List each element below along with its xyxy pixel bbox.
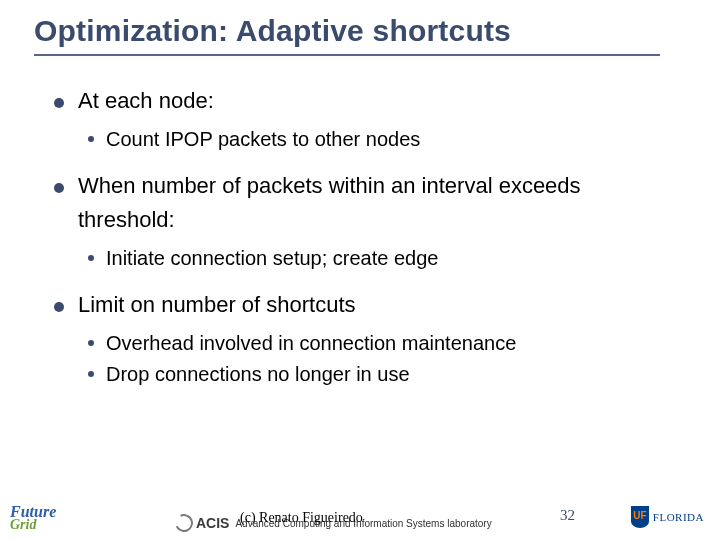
bullet-2: When number of packets within an interva… [54,169,680,237]
bullet-3: Limit on number of shortcuts [54,288,680,322]
sub-bullet: Initiate connection setup; create edge [88,243,680,274]
slide: Optimization: Adaptive shortcuts At each… [0,0,720,540]
sub-bullet: Drop connections no longer in use [88,359,680,390]
slide-number: 32 [560,507,575,524]
swirl-icon [172,511,195,534]
uf-name: FLORIDA [653,511,704,523]
sub-list-1: Count IPOP packets to other nodes [54,124,680,155]
sub-bullet-icon [88,371,94,377]
sub-bullet-text: Initiate connection setup; create edge [106,243,438,274]
sub-bullet-text: Count IPOP packets to other nodes [106,124,420,155]
sub-list-2: Initiate connection setup; create edge [54,243,680,274]
copyright-text: (c) Renato Figueiredo [240,510,363,526]
footer: Future Grid ACIS Advanced Computing and … [0,492,720,532]
futuregrid-logo-line2: Grid [10,519,56,530]
sub-bullet: Count IPOP packets to other nodes [88,124,680,155]
sub-bullet: Overhead involved in connection maintena… [88,328,680,359]
bullet-text: At each node: [78,84,214,118]
uf-logo: UF FLORIDA [631,506,704,528]
futuregrid-logo: Future Grid [10,506,56,530]
acis-logo: ACIS [175,514,229,532]
content-area: At each node: Count IPOP packets to othe… [0,56,720,390]
slide-title: Optimization: Adaptive shortcuts [0,0,720,54]
bullet-icon [54,302,64,312]
acis-name: ACIS [196,515,229,531]
bullet-text: When number of packets within an interva… [78,169,680,237]
sub-bullet-icon [88,340,94,346]
sub-bullet-icon [88,136,94,142]
bullet-1: At each node: [54,84,680,118]
bullet-icon [54,183,64,193]
uf-shield-icon: UF [631,506,649,528]
bullet-text: Limit on number of shortcuts [78,288,356,322]
sub-bullet-icon [88,255,94,261]
sub-list-3: Overhead involved in connection maintena… [54,328,680,390]
bullet-icon [54,98,64,108]
sub-bullet-text: Drop connections no longer in use [106,359,410,390]
sub-bullet-text: Overhead involved in connection maintena… [106,328,516,359]
title-underline [34,54,660,56]
